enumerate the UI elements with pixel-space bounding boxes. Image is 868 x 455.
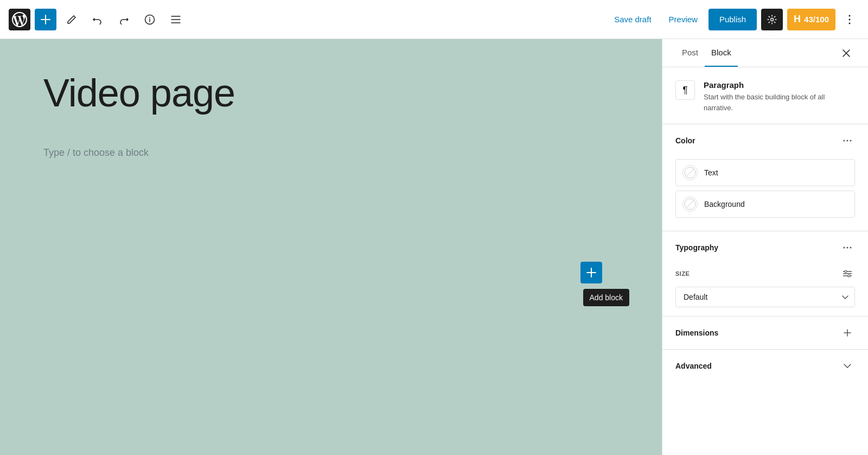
- color-section-title: Color: [675, 136, 695, 145]
- background-color-swatch: [682, 197, 698, 212]
- more-options-button[interactable]: [840, 10, 859, 29]
- typography-section-title: Typography: [675, 243, 718, 252]
- add-block-toolbar-button[interactable]: [35, 9, 56, 30]
- yoast-h-icon: H: [794, 14, 801, 25]
- advanced-collapse-button[interactable]: [840, 358, 855, 374]
- typography-section: Typography SIZE: [662, 231, 868, 317]
- svg-point-5: [844, 140, 845, 142]
- redo-button[interactable]: [113, 9, 135, 30]
- text-color-label: Text: [704, 168, 718, 177]
- size-label: SIZE: [675, 270, 690, 277]
- block-description: Start with the basic building block of a…: [704, 92, 855, 113]
- color-options: Text Background: [662, 157, 868, 231]
- sidebar-tabs: Post Block: [662, 39, 868, 67]
- publish-button[interactable]: Publish: [709, 9, 757, 30]
- size-controls: [840, 266, 855, 281]
- color-section-more-button[interactable]: [840, 133, 855, 148]
- svg-point-4: [849, 22, 851, 24]
- svg-point-7: [850, 140, 852, 142]
- color-section: Color: [662, 124, 868, 231]
- svg-point-2: [849, 15, 851, 16]
- preview-button[interactable]: Preview: [662, 10, 704, 28]
- block-placeholder-text[interactable]: Type / to choose a block: [43, 147, 618, 159]
- sidebar-close-button[interactable]: [838, 45, 855, 62]
- typography-content: SIZE: [662, 264, 868, 316]
- tab-block[interactable]: Block: [705, 39, 738, 67]
- yoast-score-badge[interactable]: H 43/100: [787, 9, 835, 30]
- size-select-wrapper: Default: [675, 287, 855, 307]
- info-button[interactable]: [139, 9, 161, 30]
- svg-point-16: [845, 270, 847, 273]
- page-title[interactable]: Video page: [43, 72, 618, 115]
- main-area: Video page Type / to choose a block Add …: [0, 39, 868, 455]
- tab-post[interactable]: Post: [675, 39, 705, 67]
- svg-point-1: [771, 18, 774, 21]
- svg-point-12: [850, 247, 852, 249]
- block-info: ¶ Paragraph Start with the basic buildin…: [662, 67, 868, 124]
- dimensions-section-title: Dimensions: [675, 328, 718, 337]
- text-color-option[interactable]: Text: [675, 159, 855, 186]
- size-settings-button[interactable]: [840, 266, 855, 281]
- font-size-select[interactable]: Default: [675, 287, 855, 307]
- list-view-button[interactable]: [165, 9, 187, 30]
- advanced-section-title: Advanced: [675, 362, 712, 370]
- svg-point-6: [847, 140, 848, 142]
- toolbar-right: Save draft Preview Publish H 43/100: [608, 9, 859, 30]
- size-header: SIZE: [675, 266, 855, 281]
- svg-point-17: [848, 275, 850, 277]
- settings-button[interactable]: [761, 9, 783, 30]
- undo-button[interactable]: [87, 9, 108, 30]
- dimensions-expand-button[interactable]: [840, 325, 855, 340]
- typography-section-header[interactable]: Typography: [662, 231, 868, 264]
- save-draft-button[interactable]: Save draft: [608, 10, 658, 28]
- advanced-section-header[interactable]: Advanced: [662, 350, 868, 382]
- dimensions-section-header[interactable]: Dimensions: [662, 317, 868, 349]
- yoast-score-value: 43/100: [804, 15, 829, 24]
- canvas-add-block-button[interactable]: [580, 262, 602, 283]
- toolbar: Save draft Preview Publish H 43/100: [0, 0, 868, 39]
- color-section-header[interactable]: Color: [662, 124, 868, 157]
- advanced-section: Advanced: [662, 350, 868, 382]
- typography-section-more-button[interactable]: [840, 240, 855, 255]
- toolbar-left: [9, 9, 187, 30]
- block-type-icon: ¶: [675, 80, 695, 100]
- block-name-label: Paragraph: [704, 80, 855, 90]
- sidebar: Post Block ¶ Paragraph Start with the ba…: [662, 39, 868, 455]
- edit-mode-button[interactable]: [61, 9, 82, 30]
- text-color-swatch: [682, 165, 698, 180]
- wp-logo-icon[interactable]: [9, 9, 30, 30]
- background-color-label: Background: [704, 200, 745, 208]
- svg-point-11: [847, 247, 848, 249]
- add-block-tooltip: Add block: [583, 289, 629, 306]
- editor-canvas[interactable]: Video page Type / to choose a block Add …: [0, 39, 662, 455]
- background-color-option[interactable]: Background: [675, 191, 855, 218]
- dimensions-section: Dimensions: [662, 317, 868, 350]
- svg-point-10: [844, 247, 845, 249]
- svg-point-3: [849, 18, 851, 20]
- block-info-text: Paragraph Start with the basic building …: [704, 80, 855, 113]
